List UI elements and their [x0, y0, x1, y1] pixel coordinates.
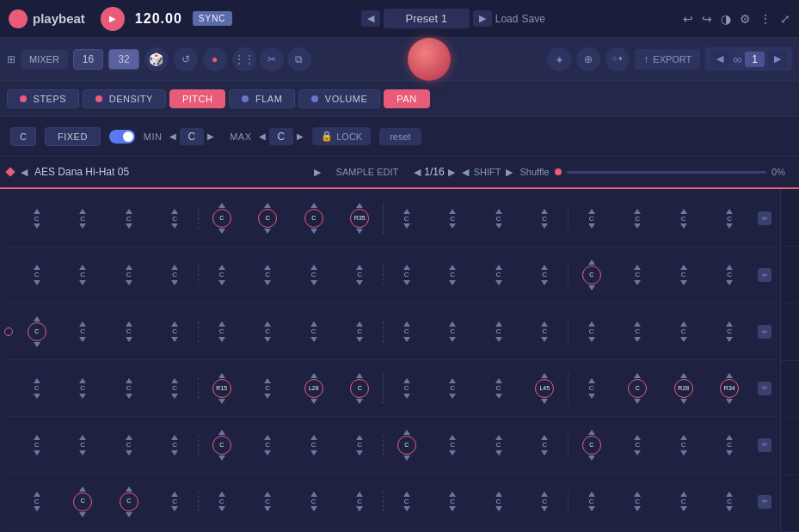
grid-cell[interactable]: C [152, 265, 200, 285]
pitch-up-arrow[interactable] [726, 321, 733, 327]
cell-note-value[interactable]: C [496, 215, 501, 223]
cell-note-value[interactable]: C [28, 322, 46, 341]
pitch-down-arrow[interactable] [449, 337, 456, 342]
grid-cell[interactable]: C [384, 265, 430, 285]
grid-cell[interactable]: C [60, 209, 107, 229]
cell-note-value[interactable]: C [589, 498, 594, 506]
cell-note-value[interactable]: C [34, 215, 40, 223]
pitch-up-arrow[interactable] [126, 435, 132, 440]
grid-cell[interactable]: C [199, 430, 245, 461]
cell-note-value[interactable]: C [542, 215, 547, 223]
pitch-down-arrow[interactable] [356, 399, 363, 404]
cell-note-value[interactable]: C [34, 384, 40, 393]
grid-cell[interactable]: C [569, 260, 615, 290]
pitch-up-arrow[interactable] [680, 321, 687, 327]
pitch-down-arrow[interactable] [126, 280, 132, 285]
grid-cell[interactable]: C [337, 492, 384, 512]
cell-note-value[interactable]: C [450, 441, 455, 449]
pitch-up-arrow[interactable] [310, 265, 317, 270]
cell-note-value[interactable]: C [404, 271, 409, 279]
grid-cell[interactable]: C [106, 486, 152, 517]
grid-cell[interactable]: C [384, 321, 430, 342]
min-prev-button[interactable]: ◀ [169, 131, 176, 141]
pitch-up-arrow[interactable] [218, 321, 225, 327]
pitch-up-arrow[interactable] [79, 265, 86, 270]
pitch-down-arrow[interactable] [541, 450, 548, 456]
loop-prev-button[interactable]: ◀ [710, 51, 729, 67]
grid-cell[interactable]: C [291, 265, 337, 285]
pitch-down-arrow[interactable] [449, 223, 456, 229]
pitch-up-arrow[interactable] [495, 321, 502, 327]
grid-cell[interactable]: C [291, 203, 337, 234]
cell-note-value[interactable]: C [80, 384, 85, 393]
cell-note-value[interactable]: C [265, 441, 270, 449]
pitch-down-arrow[interactable] [541, 280, 548, 285]
pitch-up-arrow[interactable] [634, 209, 641, 214]
pitch-down-arrow[interactable] [495, 450, 502, 456]
cell-note-value[interactable]: C [727, 327, 732, 336]
pitch-down-arrow[interactable] [264, 394, 271, 399]
pitch-down-arrow[interactable] [126, 450, 132, 456]
cell-note-value[interactable]: C [126, 441, 132, 449]
pitch-up-arrow[interactable] [34, 265, 40, 270]
grid-cell[interactable]: C [152, 378, 200, 399]
grid-cell[interactable]: C [661, 492, 707, 512]
pitch-up-arrow[interactable] [218, 203, 225, 208]
pitch-up-arrow[interactable] [541, 265, 548, 270]
pitch-down-arrow[interactable] [79, 223, 86, 229]
steps-16-button[interactable]: 16 [73, 49, 103, 70]
loop-next-button[interactable]: ▶ [768, 51, 787, 67]
cell-note-value[interactable]: C [265, 327, 270, 336]
pitch-up-arrow[interactable] [495, 265, 502, 270]
cell-note-value[interactable]: C [357, 441, 362, 449]
pitch-up-arrow[interactable] [171, 209, 178, 214]
pitch-down-arrow[interactable] [310, 280, 317, 285]
pitch-down-arrow[interactable] [356, 337, 363, 342]
pitch-up-arrow[interactable] [634, 492, 641, 497]
cell-note-value[interactable]: C [172, 327, 177, 336]
cell-note-value[interactable]: C [727, 271, 732, 279]
pitch-down-arrow[interactable] [356, 280, 363, 285]
redo-button[interactable]: ↪ [702, 12, 712, 26]
cell-note-value[interactable]: C [357, 498, 362, 506]
pitch-up-arrow[interactable] [264, 265, 271, 270]
shuffle-bar[interactable] [567, 171, 767, 174]
pitch-down-arrow[interactable] [680, 223, 687, 229]
pitch-up-arrow[interactable] [34, 492, 40, 497]
pitch-up-arrow[interactable] [541, 209, 548, 214]
pitch-down-arrow[interactable] [310, 450, 317, 456]
pitch-up-arrow[interactable] [264, 492, 271, 497]
cell-note-value[interactable]: C [172, 498, 177, 506]
pitch-down-arrow[interactable] [126, 512, 132, 517]
grid-icon-button[interactable]: ⊞ [7, 53, 15, 65]
grid-cell[interactable]: C [522, 265, 569, 285]
cell-note-value[interactable]: C [34, 441, 40, 449]
pitch-up-arrow[interactable] [495, 378, 502, 383]
pitch-down-arrow[interactable] [264, 229, 271, 234]
grid-cell[interactable]: C [476, 265, 522, 285]
pitch-up-arrow[interactable] [680, 435, 687, 440]
pitch-up-arrow[interactable] [171, 435, 178, 440]
grid-cell[interactable]: C [707, 265, 753, 285]
pitch-up-arrow[interactable] [356, 265, 363, 270]
pitch-up-arrow[interactable] [79, 435, 86, 440]
pitch-down-arrow[interactable] [79, 280, 86, 285]
load-button[interactable]: Load [495, 13, 519, 25]
cell-note-value[interactable]: C [582, 436, 601, 455]
pitch-down-arrow[interactable] [264, 337, 271, 342]
grid-cell[interactable]: C [60, 378, 107, 399]
cell-note-value[interactable]: C [681, 327, 686, 336]
cell-note-value[interactable]: C [635, 441, 640, 449]
grid-cell[interactable]: C [707, 492, 753, 512]
pitch-up-arrow[interactable] [356, 435, 363, 440]
pitch-down-arrow[interactable] [310, 229, 317, 234]
pitch-up-arrow[interactable] [588, 492, 595, 497]
pitch-up-arrow[interactable] [171, 265, 178, 270]
cell-note-value[interactable]: C [589, 384, 594, 393]
pitch-down-arrow[interactable] [541, 399, 548, 404]
grid-cell[interactable]: C [615, 435, 661, 456]
randomize-button[interactable]: 🎲 [144, 47, 169, 71]
pitch-func-button[interactable]: Pitch [169, 89, 226, 108]
cell-note-value[interactable]: C [404, 327, 409, 336]
cell-note-value[interactable]: C [397, 436, 416, 455]
